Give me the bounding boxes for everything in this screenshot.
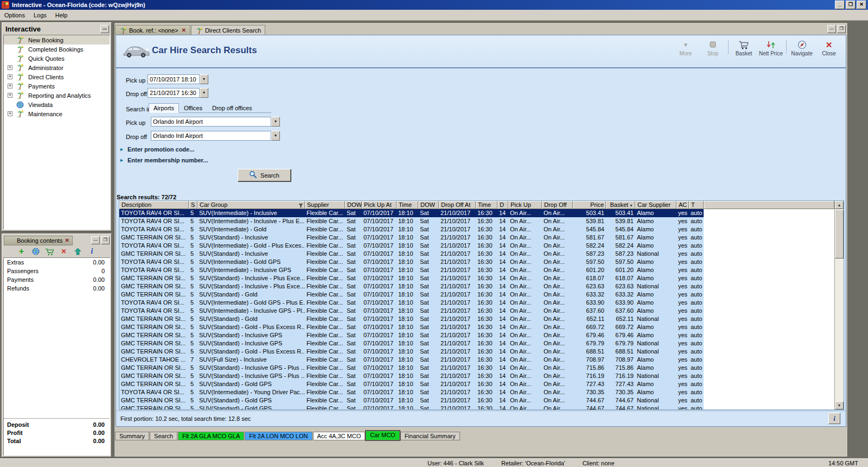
column-header-drop-off-at-8[interactable]: Drop Off At [439, 201, 476, 209]
delete-icon[interactable]: ✕ [59, 247, 69, 256]
bottom-tab-acc-4a-3c-mco[interactable]: Acc 4A,3C MCO [313, 432, 366, 440]
expand-icon[interactable]: + [8, 74, 12, 79]
globe-icon[interactable] [31, 247, 41, 256]
add-icon[interactable]: + [17, 247, 27, 256]
info-icon[interactable]: i [87, 247, 97, 256]
sidebar-item-quick-quotes[interactable]: Quick Quotes [4, 54, 110, 63]
result-row[interactable]: GMC TERRAIN OR SI...5SUV(Standard) - Gol… [119, 291, 704, 299]
collapse-panel-button[interactable]: — [100, 25, 109, 33]
bottom-tab-flt-2a-gla-mco-gla[interactable]: Flt 2A GLA MCO GLA [178, 432, 244, 440]
column-header-time-9[interactable]: Time [476, 201, 497, 209]
close-button[interactable]: ✕ [857, 1, 866, 9]
result-row[interactable]: CHEVROLET TAHOE ...7SUV(Full Size) - Inc… [119, 356, 704, 364]
toolbar-close[interactable]: ✕Close [815, 37, 843, 56]
toolbar-nett-price[interactable]: Nett Price [757, 37, 784, 56]
result-row[interactable]: TOYOTA RAV4 OR SI...5SUV(Intermediate) -… [119, 307, 704, 315]
bottom-tab-flt-2a-lon-mco-lon[interactable]: Flt 2A LON MCO LON [245, 432, 312, 440]
dropoff-dropdown-button[interactable]: ▼ [271, 131, 280, 141]
menu-logs[interactable]: Logs [29, 11, 51, 20]
result-row[interactable]: TOYOTA RAV4 OR SI...5SUV(Intermediate) -… [119, 388, 704, 396]
vertical-scrollbar[interactable]: ▲ ▼ [834, 201, 844, 409]
minimize-button[interactable]: _ [835, 1, 845, 9]
minimize-document-button[interactable]: — [827, 25, 836, 33]
column-header-supplier-3[interactable]: Supplier [305, 201, 345, 209]
info-button[interactable]: i [828, 413, 840, 424]
bottom-tab-search[interactable]: Search [150, 432, 177, 440]
column-header-price-13[interactable]: Price [573, 201, 606, 209]
close-panel-icon[interactable]: ✕ [65, 238, 69, 243]
column-header-description-0[interactable]: Description [119, 201, 189, 209]
restore-panel-button[interactable]: ❐ [101, 236, 110, 244]
column-header-dow-7[interactable]: DOW [418, 201, 439, 209]
promotion-code-expander[interactable]: ► Enter promotion code... [119, 146, 194, 153]
scrollbar-track[interactable] [835, 209, 844, 401]
pickup-combo[interactable]: Orlando Intl Airport ▼ [151, 117, 280, 127]
column-header-d-10[interactable]: D [497, 201, 508, 209]
sidebar-item-reporting-and-analytics[interactable]: +Reporting and Analytics [4, 91, 110, 100]
result-row[interactable]: GMC TERRAIN OR SI...5SUV(Standard) - Gol… [119, 348, 704, 356]
column-header-car-group-2[interactable]: Car Group [197, 201, 305, 209]
dropoff-at-dropdown-button[interactable]: ▼ [200, 88, 208, 98]
toolbar-basket[interactable]: Basket [730, 37, 757, 56]
result-row[interactable]: TOYOTA RAV4 OR SI...5SUV(Intermediate) -… [119, 258, 704, 266]
sidebar-item-administrator[interactable]: +Administrator [4, 63, 110, 72]
tab-book-ref-none[interactable]: Book. ref.: <none>✕ [115, 25, 190, 35]
result-row[interactable]: GMC TERRAIN OR SI...5SUV(Standard) - Inc… [119, 250, 704, 258]
minimize-panel-button[interactable]: — [91, 236, 100, 244]
menu-options[interactable]: Options [0, 11, 29, 20]
sidebar-item-maintenance[interactable]: +Maintenance [4, 109, 110, 118]
result-row[interactable]: TOYOTA RAV4 OR SI...5SUV(Intermediate) -… [119, 209, 704, 217]
filter-icon[interactable] [298, 203, 303, 209]
column-header-dow-4[interactable]: DOW [345, 201, 362, 209]
expand-icon[interactable]: + [8, 93, 12, 98]
basket-add-icon[interactable] [45, 247, 55, 256]
result-row[interactable]: TOYOTA RAV4 OR SI...5SUV(Intermediate) -… [119, 225, 704, 234]
column-header-ac-16[interactable]: AC [676, 201, 689, 209]
result-row[interactable]: GMC TERRAIN OR SI...5SUV(Standard) - Gol… [119, 405, 704, 409]
expand-icon[interactable]: + [8, 84, 12, 89]
toolbar-navigate[interactable]: Navigate [788, 37, 815, 56]
sidebar-item-payments[interactable]: +Payments [4, 81, 110, 91]
column-header-s-1[interactable]: S [189, 201, 197, 209]
tab-direct-clients-search[interactable]: Direct Clients Search [191, 25, 265, 35]
column-header-car-supplier-15[interactable]: Car Supplier [635, 201, 676, 209]
search-in-tab-drop-off-offices[interactable]: Drop off offices [207, 103, 257, 113]
result-row[interactable]: GMC TERRAIN OR SI...5SUV(Standard) - Gol… [119, 380, 704, 388]
scrollbar-thumb[interactable] [835, 210, 844, 258]
result-row[interactable]: GMC TERRAIN OR SI...5SUV(Standard) - Inc… [119, 274, 704, 282]
bottom-tab-car-mco[interactable]: Car MCO [366, 431, 399, 440]
result-row[interactable]: GMC TERRAIN OR SI...5SUV(Standard) - Inc… [119, 364, 704, 372]
pickup-at-dropdown-button[interactable]: ▼ [200, 74, 208, 84]
dropoff-combo[interactable]: Orlando Intl Airport ▼ [151, 131, 280, 141]
column-header-pick-up-at-5[interactable]: Pick Up At [362, 201, 397, 209]
scroll-down-button[interactable]: ▼ [835, 401, 844, 409]
column-header-basket-14[interactable]: Basket▼ [606, 201, 635, 209]
result-row[interactable]: TOYOTA RAV4 OR SI...5SUV(Intermediate) -… [119, 266, 704, 274]
booking-contents-tab[interactable]: Booking contents ✕ [4, 236, 73, 245]
result-row[interactable]: TOYOTA RAV4 OR SI...5SUV(Intermediate) -… [119, 217, 704, 225]
column-header-t-17[interactable]: T [689, 201, 704, 209]
pickup-at-input[interactable]: 07/10/2017 18:10 ▼ [148, 74, 208, 84]
bottom-tab-summary[interactable]: Summary [115, 432, 149, 440]
result-row[interactable]: GMC TERRAIN OR SI...5SUV(Standard) - Inc… [119, 372, 704, 380]
tab-close-icon[interactable]: ✕ [182, 27, 186, 33]
sidebar-item-new-booking[interactable]: New Booking [4, 35, 110, 45]
membership-number-expander[interactable]: ► Enter membership number... [119, 157, 208, 163]
result-row[interactable]: GMC TERRAIN OR SI...5SUV(Standard) - Gol… [119, 315, 704, 323]
result-row[interactable]: GMC TERRAIN OR SI...5SUV(Standard) - Inc… [119, 339, 704, 348]
result-row[interactable]: GMC TERRAIN OR SI...5SUV(Standard) - Inc… [119, 282, 704, 291]
result-row[interactable]: GMC TERRAIN OR SI...5SUV(Standard) - Gol… [119, 323, 704, 331]
bottom-tab-financial-summary[interactable]: Financial Summary [400, 432, 460, 440]
sidebar-item-direct-clients[interactable]: +Direct Clients [4, 72, 110, 81]
expand-icon[interactable]: + [8, 65, 12, 70]
column-header-time-6[interactable]: Time [397, 201, 418, 209]
pickup-dropdown-button[interactable]: ▼ [271, 117, 280, 127]
column-header-drop-off-12[interactable]: Drop Off [542, 201, 573, 209]
maximize-button[interactable]: ❐ [846, 1, 856, 9]
result-row[interactable]: TOYOTA RAV4 OR SI...5SUV(Intermediate) -… [119, 242, 704, 250]
result-row[interactable]: GMC TERRAIN OR SI...5SUV(Standard) - Inc… [119, 234, 704, 242]
menu-help[interactable]: Help [51, 11, 72, 20]
dropoff-at-input[interactable]: 21/10/2017 16:30 ▼ [148, 88, 208, 98]
column-header-pick-up-11[interactable]: Pick Up [508, 201, 542, 209]
result-row[interactable]: GMC TERRAIN OR SI...5SUV(Standard) - Inc… [119, 331, 704, 339]
